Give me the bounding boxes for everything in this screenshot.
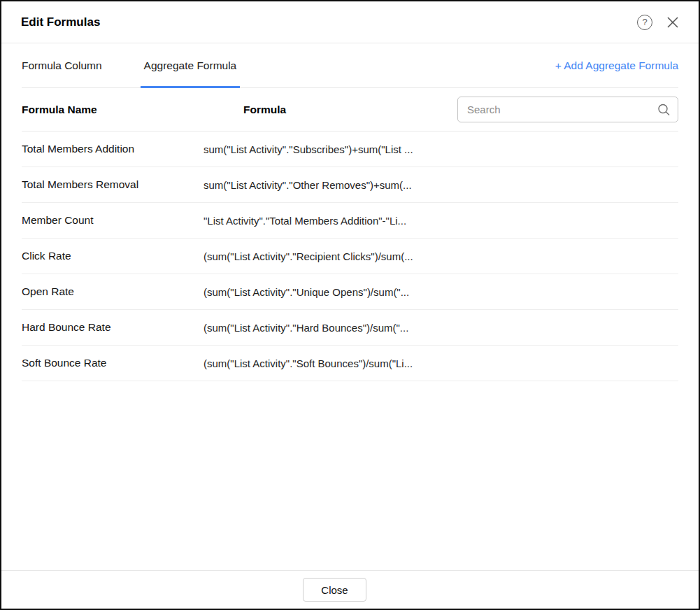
tab-formula-column[interactable]: Formula Column: [22, 43, 102, 87]
table-header-row: Formula Name Formula: [22, 88, 678, 132]
formula-expression: "List Activity"."Total Members Addition"…: [203, 215, 406, 227]
empty-space: [22, 381, 678, 570]
close-button[interactable]: Close: [303, 578, 366, 602]
dialog-header: Edit Formulas ?: [1, 1, 699, 43]
dialog-footer: Close: [1, 570, 699, 609]
formula-name: Soft Bounce Rate: [22, 357, 203, 369]
add-aggregate-formula-link[interactable]: + Add Aggregate Formula: [555, 59, 678, 72]
formula-name: Click Rate: [22, 250, 203, 262]
edit-formulas-dialog: Edit Formulas ? Formula Column Aggregate…: [0, 0, 700, 610]
formula-name: Total Members Removal: [22, 178, 203, 191]
formula-expression: (sum("List Activity"."Recipient Clicks")…: [203, 250, 413, 262]
search-box: [457, 97, 678, 122]
formula-name: Total Members Addition: [22, 143, 203, 155]
close-icon[interactable]: [665, 15, 680, 30]
table-row[interactable]: Open Rate(sum("List Activity"."Unique Op…: [22, 274, 678, 310]
formula-table-body: Total Members Additionsum("List Activity…: [22, 132, 678, 381]
formula-name: Member Count: [22, 214, 203, 227]
dialog-body: Formula Column Aggregate Formula + Add A…: [1, 43, 699, 570]
formula-name: Hard Bounce Rate: [22, 321, 203, 334]
formula-expression: (sum("List Activity"."Hard Bounces")/sum…: [203, 322, 408, 334]
column-header-formula: Formula: [203, 104, 286, 116]
formula-name: Open Rate: [22, 285, 203, 298]
tab-bar: Formula Column Aggregate Formula + Add A…: [22, 43, 678, 88]
formula-expression: sum("List Activity"."Subscribes")+sum("L…: [203, 143, 413, 155]
tab-aggregate-formula[interactable]: Aggregate Formula: [144, 43, 237, 87]
column-header-formula-name: Formula Name: [22, 104, 203, 116]
table-row[interactable]: Soft Bounce Rate(sum("List Activity"."So…: [22, 346, 678, 381]
search-input[interactable]: [457, 97, 678, 122]
table-row[interactable]: Total Members Removalsum("List Activity"…: [22, 167, 678, 203]
formula-expression: (sum("List Activity"."Soft Bounces")/sum…: [203, 357, 413, 369]
formula-expression: (sum("List Activity"."Unique Opens")/sum…: [203, 286, 409, 298]
header-icons: ?: [637, 15, 680, 30]
help-icon[interactable]: ?: [637, 15, 652, 30]
formula-expression: sum("List Activity"."Other Removes")+sum…: [203, 179, 412, 191]
table-row[interactable]: Member Count"List Activity"."Total Membe…: [22, 203, 678, 239]
dialog-title: Edit Formulas: [21, 15, 100, 29]
table-row[interactable]: Click Rate(sum("List Activity"."Recipien…: [22, 239, 678, 274]
table-row[interactable]: Hard Bounce Rate(sum("List Activity"."Ha…: [22, 310, 678, 346]
table-row[interactable]: Total Members Additionsum("List Activity…: [22, 132, 678, 167]
